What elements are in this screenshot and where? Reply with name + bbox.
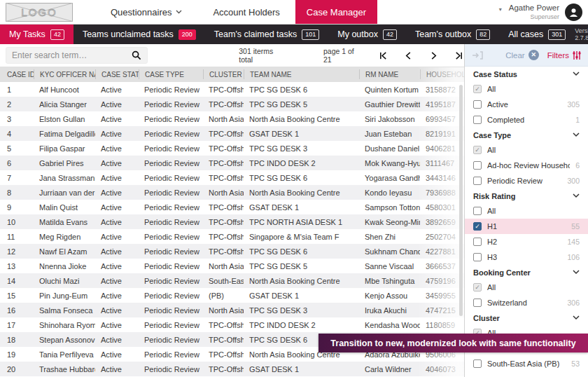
table-row[interactable]: 15Pin Jung-EumActivePeriodic Review(PB)G… [0,288,464,303]
filter-option[interactable]: All [465,203,588,219]
table-cell: Periodic Review [139,306,203,315]
table-row[interactable]: 9Malin QuistActivePeriodic ReviewTPC-Off… [0,200,464,214]
first-page-button[interactable] [377,50,388,61]
column-header[interactable]: CASE ID [0,69,34,79]
checkbox[interactable]: ✓ [473,222,482,231]
table-row[interactable]: 8Jurriaan van derActivePeriodic ReviewNo… [0,185,464,200]
checkbox[interactable] [473,359,482,368]
filter-section-header[interactable]: Booking Center [465,265,588,280]
nav-item-case-manager[interactable]: Case Manager [295,0,377,24]
clear-filters-button[interactable]: Clear ✕ [505,50,538,60]
table-row[interactable]: 10Matilda EvansActivePeriodic ReviewTPC-… [0,214,464,229]
last-page-button[interactable] [453,50,464,61]
filter-panel: Clear ✕ Filters Case Status [464,44,588,377]
avatar[interactable] [565,4,582,21]
column-header[interactable]: CASE STATUS [95,69,139,79]
table-cell: Periodic Review [139,350,203,359]
collapse-panel-icon[interactable] [472,51,483,60]
checkbox[interactable] [473,238,482,246]
app-header: LOGO Questionnaires Account Holders Case… [0,0,588,25]
checkbox[interactable] [473,161,482,170]
table-row[interactable]: 3Elston GullanActivePeriodic ReviewNorth… [0,111,464,126]
filter-section-header[interactable]: Risk Rating [465,188,588,203]
table-cell: 9 [0,203,34,212]
filter-option-count: 55 [571,222,580,231]
column-header[interactable]: RM NAME [359,69,420,79]
table-row[interactable]: 7Jana StrassmannActivePeriodic ReviewTPC… [0,170,464,185]
table-cell: Active [95,85,139,94]
column-header[interactable]: HOUSEHOLD ID [420,69,464,79]
filter-option[interactable]: South-East Asia (PB) 53 [465,356,588,371]
checkbox[interactable] [473,299,482,307]
table-row[interactable]: 16Salma FonsecaActivePeriodic ReviewNort… [0,303,464,317]
table-row[interactable]: 5Filipa GasparActivePeriodic ReviewTPC-O… [0,141,464,156]
column-header[interactable]: KYC OFFICER NAME [34,69,95,79]
table-row[interactable]: 6Gabriel PiresActivePeriodic ReviewTPC-O… [0,156,464,170]
column-header[interactable]: CLUSTER [203,69,244,79]
task-tab[interactable]: My outbox 42 [328,25,406,44]
table-row[interactable]: 11Meg RigdenActivePeriodic ReviewTPC-Off… [0,229,464,244]
table-cell: Periodic Review [139,247,203,256]
checkbox[interactable]: ✓ [473,146,482,154]
table-row[interactable]: 12Nawf El AzamActivePeriodic ReviewTPC-O… [0,244,464,259]
filter-section-header[interactable]: Cluster [465,310,588,325]
filter-option[interactable]: H3 106 [465,249,588,265]
table-row[interactable]: 1Alf HuncootActivePeriodic ReviewTPC-Off… [0,82,464,97]
checkbox[interactable] [473,207,482,215]
filter-option-count: 305 [567,100,580,109]
checkbox[interactable] [473,177,482,185]
table-cell: TPC-Offshore [203,203,244,212]
prev-page-button[interactable] [402,50,414,61]
table-row[interactable]: 4Fatima DelgadilloActivePeriodic ReviewT… [0,126,464,141]
filter-option[interactable]: ✓ All [465,280,588,295]
table-row[interactable]: 13Nnenna JiokeActivePeriodic ReviewNorth… [0,259,464,273]
user-menu[interactable]: ▾ Agathe Power Superuser [499,0,588,24]
table-cell: GSAT DESK 1 [244,292,359,300]
table-row[interactable]: 2Alicia StangerActivePeriodic ReviewTPC-… [0,97,464,111]
filter-section-header[interactable]: Case Type [465,128,588,142]
search-icon[interactable] [132,50,141,60]
table-cell: Active [95,130,139,138]
pagination [377,50,464,61]
checkbox[interactable] [473,116,482,124]
table-cell: Sampson Totton [359,203,420,212]
checkbox[interactable] [473,253,482,261]
filter-option[interactable]: Periodic Review 300 [465,173,588,188]
table-cell: 2502704 [420,233,464,241]
table-row[interactable]: 14Oluchi MaziActivePeriodic ReviewSouth-… [0,273,464,288]
filter-option[interactable]: ✓ All [465,81,588,97]
table-cell: 20 [0,365,34,373]
task-tab[interactable]: Teams unclaimed tasks 200 [74,25,205,44]
next-page-button[interactable] [428,50,439,61]
filter-option[interactable]: H2 145 [465,234,588,249]
chevron-down-icon [573,315,580,320]
filter-option[interactable]: Completed 1 [465,112,588,128]
filter-option[interactable]: ✓ All [465,142,588,158]
task-tab[interactable]: My Tasks 42 [0,25,74,44]
table-cell: Gabriel Pires [34,159,95,167]
filter-option[interactable]: Switzerland 306 [465,295,588,310]
nav-item-questionnaires[interactable]: Questionnaires [95,0,197,24]
column-header[interactable]: CASE TYPE [139,69,203,79]
filter-option[interactable]: ✓ H1 55 [465,219,588,234]
table-row[interactable]: 20Trashae HubbardActivePeriodic ReviewTP… [0,362,464,376]
checkbox[interactable] [473,100,482,109]
checkbox[interactable]: ✓ [473,283,482,292]
task-tab[interactable]: All cases 301 [499,25,575,44]
filters-button[interactable]: Filters [547,50,581,60]
task-tab[interactable]: Team's claimed tasks 101 [205,25,328,44]
nav-item-label: Questionnaires [111,7,172,18]
search-input[interactable] [12,50,132,60]
table-row[interactable]: 17Shinohara RyomaActivePeriodic ReviewTP… [0,317,464,332]
filter-option[interactable]: Ad-hoc Review Household 6 [465,158,588,173]
filter-option[interactable]: Active 305 [465,97,588,112]
table-cell: Periodic Review [139,144,203,153]
checkbox[interactable]: ✓ [473,85,482,93]
table-cell: TPC-Offshore [203,321,244,329]
filter-section-header[interactable]: Case Status [465,67,588,81]
task-tab[interactable]: Team's outbox 82 [406,25,499,44]
nav-item-account-holders[interactable]: Account Holders [197,0,295,24]
column-header[interactable]: TEAM NAME [244,69,359,79]
filter-option-count: 300 [567,177,580,185]
table-scrollbar[interactable] [459,85,463,316]
